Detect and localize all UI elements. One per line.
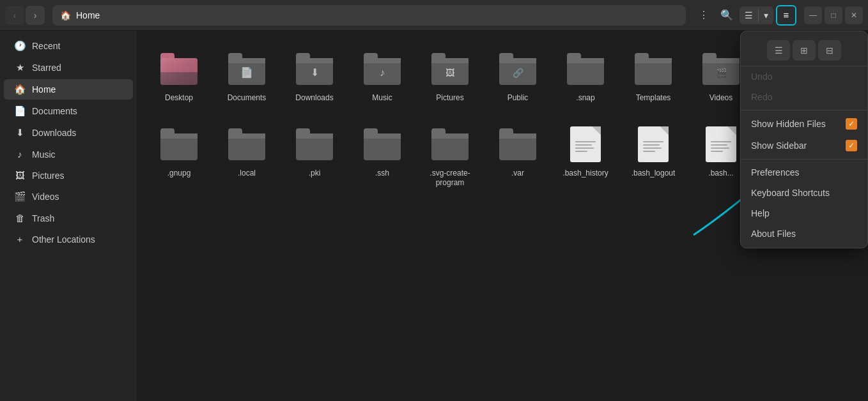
file-item-svg-create[interactable]: .svg-create-program: [421, 119, 479, 193]
file-item-desktop[interactable]: Desktop: [150, 43, 208, 109]
svg-text:🖼: 🖼: [446, 68, 454, 78]
sidebar-label-home: Home: [32, 84, 56, 95]
file-label-pictures: Pictures: [436, 93, 463, 103]
file-item-snap[interactable]: .snap: [557, 43, 614, 109]
svg-text:📄: 📄: [240, 66, 253, 79]
menu-icon-view-button[interactable]: ⊞: [793, 40, 816, 61]
bashrc-doc-icon: [706, 126, 736, 162]
svg-rect-43: [228, 133, 265, 139]
sidebar-item-trash[interactable]: 🗑 Trash: [4, 208, 133, 228]
file-label-gnupg: .gnupg: [167, 169, 191, 179]
file-item-gnupg[interactable]: .gnupg: [150, 119, 208, 193]
svg-rect-52: [431, 133, 469, 139]
sidebar: 🕐 Recent ★ Starred 🏠 Home 📄 Documents ⬇ …: [0, 31, 137, 401]
file-item-downloads[interactable]: ⬇ Downloads: [286, 43, 343, 109]
file-label-pki: .pki: [309, 169, 321, 179]
show-hidden-label: Show Hidden Files: [751, 119, 841, 129]
menu-split-view-button[interactable]: ⊟: [818, 40, 841, 61]
menu-item-about-files[interactable]: About Files: [741, 223, 867, 244]
file-item-local[interactable]: .local: [218, 119, 275, 193]
view-dropdown-arrow[interactable]: ▾: [759, 6, 773, 24]
sidebar-label-documents: Documents: [32, 106, 77, 116]
videos-folder-icon: 🎬: [702, 53, 740, 85]
sidebar-label-other-locations: Other Locations: [32, 234, 95, 245]
menu-list-view-button[interactable]: ☰: [767, 40, 790, 61]
file-item-public[interactable]: 🔗 Public: [489, 43, 546, 109]
file-item-documents[interactable]: 📄 Documents: [218, 43, 275, 109]
sidebar-item-music[interactable]: ♪ Music: [4, 144, 133, 164]
file-label-bash-logout: .bash_logout: [632, 169, 676, 179]
sidebar-item-videos[interactable]: 🎬 Videos: [4, 186, 133, 207]
menu-item-redo: Redo: [741, 87, 867, 107]
sidebar-item-documents[interactable]: 📄 Documents: [4, 101, 133, 121]
sidebar-item-home[interactable]: 🏠 Home: [4, 79, 133, 100]
file-item-templates[interactable]: Templates: [624, 43, 682, 109]
svg-rect-4: [160, 58, 198, 85]
search-button[interactable]: 🔍: [717, 5, 737, 26]
pictures-folder-icon: 🖼: [431, 53, 469, 85]
file-label-bashrc: .bash...: [708, 169, 733, 179]
sidebar-item-other-locations[interactable]: + Other Locations: [4, 229, 133, 249]
more-options-button[interactable]: ⋮: [694, 5, 714, 26]
menu-item-help[interactable]: Help: [741, 203, 867, 223]
ssh-folder-icon: [364, 128, 401, 160]
file-label-desktop: Desktop: [165, 93, 193, 103]
file-item-pki[interactable]: .pki: [286, 119, 343, 193]
sidebar-item-downloads[interactable]: ⬇ Downloads: [4, 123, 133, 143]
menu-item-preferences[interactable]: Preferences: [741, 162, 867, 183]
var-folder-icon: [499, 128, 536, 160]
menu-item-show-sidebar[interactable]: Show Sidebar ✓: [741, 135, 867, 156]
minimize-button[interactable]: —: [804, 6, 822, 24]
svg-rect-11: [296, 58, 333, 63]
file-label-var: .var: [511, 169, 524, 179]
svg-rect-33: [702, 58, 740, 63]
show-hidden-checkbox[interactable]: ✓: [846, 118, 857, 130]
undo-label: Undo: [751, 72, 857, 82]
file-item-pictures[interactable]: 🖼 Pictures: [421, 43, 479, 109]
sidebar-item-pictures[interactable]: 🖼 Pictures: [4, 165, 133, 185]
plus-icon: +: [14, 234, 26, 245]
svg-text:🎬: 🎬: [716, 68, 727, 79]
documents-folder-icon: 📄: [228, 53, 265, 85]
file-item-bash-logout[interactable]: .bash_logout: [624, 119, 682, 193]
file-label-ssh: .ssh: [375, 169, 389, 179]
sidebar-label-trash: Trash: [32, 213, 54, 223]
svg-create-folder-icon: [431, 128, 469, 160]
file-label-svg-create: .svg-create-program: [424, 169, 476, 188]
about-files-label: About Files: [751, 229, 857, 239]
svg-rect-40: [160, 133, 198, 139]
sidebar-label-recent: Recent: [32, 41, 60, 51]
list-view-button[interactable]: ☰: [740, 6, 758, 24]
svg-text:⬇: ⬇: [311, 67, 319, 78]
pki-folder-icon: [296, 128, 333, 160]
titlebar: ‹ › 🏠 Home ⋮ 🔍 ☰ ▾ ≡ — □ ✕: [0, 0, 868, 31]
sidebar-label-starred: Starred: [32, 63, 61, 73]
close-button[interactable]: ✕: [845, 6, 863, 24]
content-area: Desktop 📄 Documents: [137, 31, 868, 401]
snap-folder-icon: [567, 53, 604, 85]
forward-button[interactable]: ›: [26, 6, 45, 25]
file-item-ssh[interactable]: .ssh: [353, 119, 411, 193]
file-label-snap: .snap: [576, 93, 594, 103]
svg-rect-55: [499, 133, 536, 139]
file-item-music[interactable]: ♪ Music: [353, 43, 411, 109]
file-item-var[interactable]: .var: [489, 119, 546, 193]
show-sidebar-checkbox[interactable]: ✓: [846, 140, 857, 151]
svg-rect-30: [635, 58, 672, 63]
sidebar-item-recent[interactable]: 🕐 Recent: [4, 36, 133, 56]
recent-icon: 🕐: [14, 40, 26, 52]
menu-item-show-hidden[interactable]: Show Hidden Files ✓: [741, 113, 867, 135]
gnupg-folder-icon: [160, 128, 198, 160]
sidebar-label-music: Music: [32, 149, 56, 160]
hamburger-menu-button[interactable]: ≡: [776, 5, 796, 26]
home-nav-icon: 🏠: [14, 84, 26, 95]
maximize-button[interactable]: □: [825, 6, 842, 24]
sidebar-item-starred[interactable]: ★ Starred: [4, 57, 133, 78]
back-button[interactable]: ‹: [5, 6, 24, 25]
bash-history-doc-icon: [570, 126, 601, 162]
file-item-bash-history[interactable]: .bash_history: [557, 119, 614, 193]
music-icon: ♪: [14, 149, 26, 160]
menu-item-keyboard-shortcuts[interactable]: Keyboard Shortcuts: [741, 183, 867, 203]
keyboard-shortcuts-label: Keyboard Shortcuts: [751, 188, 857, 198]
location-bar[interactable]: 🏠 Home: [52, 5, 686, 26]
